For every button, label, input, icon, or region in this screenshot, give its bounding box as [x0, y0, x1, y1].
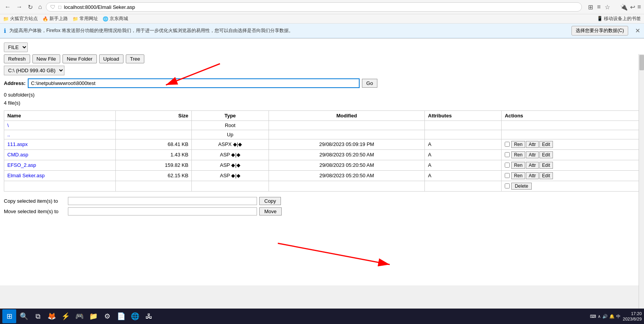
root-link[interactable]: \ — [7, 122, 9, 128]
col-modified: Modified — [269, 110, 424, 120]
edit-button-4[interactable]: Edit — [539, 172, 553, 179]
refresh-button[interactable]: Refresh — [4, 54, 30, 63]
toolbar-row: FILE — [4, 42, 640, 52]
mobile-icon: 📱 — [597, 16, 603, 21]
copy-label: Copy selected item(s) to — [4, 198, 66, 204]
forward-button[interactable]: → — [15, 3, 24, 11]
back-button[interactable]: ← — [3, 3, 12, 11]
file-size-2: 1.43 KB — [115, 149, 191, 160]
file-name-2[interactable]: CMD.asp — [4, 149, 116, 160]
file-actions-root — [502, 120, 640, 130]
select-checkbox-4[interactable] — [505, 173, 510, 178]
file-actions-2: Ren Attr Edit — [502, 149, 640, 160]
go-button[interactable]: Go — [362, 79, 377, 88]
file-name-up[interactable]: .. — [4, 130, 116, 139]
bookmark-jd[interactable]: 🌐 京东商城 — [103, 15, 128, 22]
share-data-button[interactable]: 选择您要分享的数据(C) — [571, 26, 628, 36]
ren-button-4[interactable]: Ren — [511, 172, 525, 179]
delete-checkbox[interactable] — [505, 183, 510, 188]
select-checkbox-3[interactable] — [505, 163, 510, 168]
scrollbar-thumb[interactable] — [639, 55, 644, 70]
ren-button-1[interactable]: Ren — [511, 141, 525, 148]
file-size-4: 62.15 KB — [115, 170, 191, 181]
reload-button[interactable]: ↻ — [26, 3, 34, 12]
table-row: EFSO_2.asp 159.82 KB ASP ◆|◆ 29/08/2023 … — [4, 160, 640, 170]
file-name-1[interactable]: 111.aspx — [4, 139, 116, 149]
file-name-3[interactable]: EFSO_2.asp — [4, 160, 116, 170]
select-checkbox-1[interactable] — [505, 142, 510, 147]
up-link[interactable]: .. — [7, 132, 10, 137]
attr-button-4[interactable]: Attr — [526, 172, 539, 179]
scrollbar[interactable] — [639, 54, 644, 285]
browser-chrome: ← → ↻ ⌂ 🛡 ◻ localhost:8000/Elmali Seker.… — [0, 0, 644, 39]
file-link-2[interactable]: CMD.asp — [7, 152, 28, 158]
table-row-delete: Delete — [4, 181, 640, 191]
new-folder-button[interactable]: New Folder — [63, 54, 96, 63]
delete-button[interactable]: Delete — [511, 183, 532, 190]
file-actions-up — [502, 130, 640, 139]
address-input[interactable] — [28, 78, 360, 88]
table-row: 111.aspx 68.41 KB ASPX ◆|◆ 29/08/2023 05… — [4, 139, 640, 149]
ren-button-3[interactable]: Ren — [511, 162, 525, 169]
move-button[interactable]: Move — [259, 207, 282, 215]
bookmark-label-4: 京东商城 — [110, 15, 128, 22]
file-modified-up — [269, 130, 424, 139]
undo-icon[interactable]: ↩ — [630, 3, 635, 11]
edit-button-3[interactable]: Edit — [539, 162, 553, 169]
upload-button[interactable]: Upload — [99, 54, 123, 63]
info-bar-close-button[interactable]: ✕ — [635, 27, 640, 34]
file-modified-root — [269, 120, 424, 130]
file-type-1: ASPX ◆|◆ — [192, 139, 269, 149]
table-row: Elmali Seker.asp 62.15 KB ASP ◆|◆ 29/08/… — [4, 170, 640, 181]
info-icon: ℹ — [4, 27, 6, 34]
file-type-up: Up — [192, 130, 269, 139]
edit-button-2[interactable]: Edit — [539, 151, 553, 158]
mobile-bookmarks[interactable]: 📱 移动设备上的书签 — [597, 15, 641, 22]
file-attr-2: A — [425, 149, 502, 160]
table-row: \ Root — [4, 120, 640, 130]
edit-button-1[interactable]: Edit — [539, 141, 553, 148]
file-link-1[interactable]: 111.aspx — [7, 141, 28, 147]
extension-icon[interactable]: 🔌 — [620, 3, 628, 11]
bookmark-label: 火狐官方站点 — [10, 15, 38, 22]
col-actions: Actions — [502, 110, 640, 120]
copy-input[interactable] — [68, 197, 257, 205]
file-actions-4: Ren Attr Edit — [502, 170, 640, 181]
bookmarks-bar: 📁 火狐官方站点 🔥 新手上路 📁 常用网址 🌐 京东商城 📱 移动设备上的书签 — [0, 14, 644, 24]
file-dropdown[interactable]: FILE — [4, 42, 28, 52]
delete-type-cell — [192, 181, 269, 191]
attr-button-1[interactable]: Attr — [526, 141, 539, 148]
drive-select[interactable]: C:\ (HDD 999.40 GB) — [4, 66, 64, 75]
select-checkbox-2[interactable] — [505, 152, 510, 157]
bookmark-star-icon[interactable]: ☆ — [605, 3, 610, 11]
file-actions-3: Ren Attr Edit — [502, 160, 640, 170]
mobile-label: 移动设备上的书签 — [604, 16, 641, 21]
tree-button[interactable]: Tree — [126, 54, 144, 63]
file-size-up — [115, 130, 191, 139]
file-name-4[interactable]: Elmali Seker.asp — [4, 170, 116, 181]
table-header-row: Name Size Type Modified Attributes Actio… — [4, 110, 640, 120]
file-link-3[interactable]: EFSO_2.asp — [7, 162, 36, 168]
address-label: Address: — [4, 80, 25, 86]
file-table: Name Size Type Modified Attributes Actio… — [4, 110, 640, 192]
move-input[interactable] — [68, 207, 257, 215]
file-link-4[interactable]: Elmali Seker.asp — [7, 173, 45, 178]
bookmark-firefox[interactable]: 📁 火狐官方站点 — [3, 15, 38, 22]
attr-button-2[interactable]: Attr — [526, 151, 539, 158]
attr-button-3[interactable]: Attr — [526, 162, 539, 169]
grid-icon[interactable]: ⊞ — [588, 3, 593, 11]
info-bar-text: 为提高用户体验，Firefox 将发送部分功能的使用情况给我们，用于进一步优化火… — [9, 27, 568, 34]
home-button[interactable]: ⌂ — [37, 3, 44, 11]
col-size: Size — [115, 110, 191, 120]
new-file-button[interactable]: New File — [32, 54, 61, 63]
menu-icon[interactable]: ≡ — [637, 3, 641, 10]
copy-button[interactable]: Copy — [259, 197, 281, 205]
url-input[interactable]: localhost:8000/Elmali Seker.asp — [64, 4, 578, 10]
action-toolbar: Refresh New File New Folder Upload Tree — [4, 54, 640, 63]
bookmark-common[interactable]: 📁 常用网址 — [73, 15, 98, 22]
ren-button-2[interactable]: Ren — [511, 151, 525, 158]
action-cell-2: Ren Attr Edit — [505, 151, 637, 158]
file-name-root[interactable]: \ — [4, 120, 116, 130]
reader-icon[interactable]: ≡ — [597, 3, 600, 10]
bookmark-newbie[interactable]: 🔥 新手上路 — [42, 15, 68, 22]
